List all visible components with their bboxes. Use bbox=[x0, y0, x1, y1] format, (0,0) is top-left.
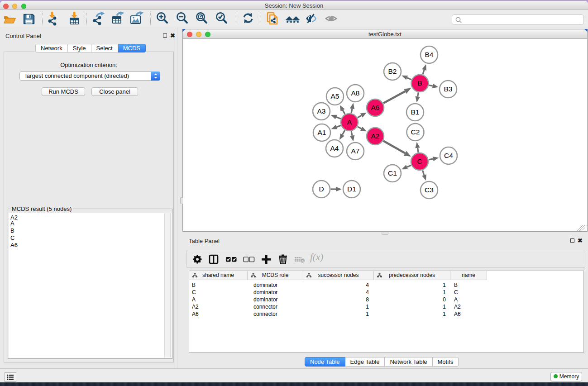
svg-text:B2: B2 bbox=[388, 67, 397, 75]
svg-text:C3: C3 bbox=[425, 186, 434, 194]
svg-text:C1: C1 bbox=[388, 169, 397, 177]
svg-text:C2: C2 bbox=[411, 128, 420, 136]
svg-text:B3: B3 bbox=[444, 85, 453, 93]
svg-text:D1: D1 bbox=[347, 185, 356, 193]
svg-text:A8: A8 bbox=[351, 89, 360, 97]
svg-text:C4: C4 bbox=[444, 152, 453, 159]
svg-text:A1: A1 bbox=[318, 129, 326, 136]
svg-text:A2: A2 bbox=[371, 132, 380, 140]
svg-text:D: D bbox=[319, 185, 324, 193]
svg-text:B1: B1 bbox=[411, 108, 420, 116]
svg-text:A7: A7 bbox=[351, 147, 360, 155]
svg-text:A4: A4 bbox=[330, 144, 339, 152]
svg-text:C: C bbox=[417, 157, 422, 165]
svg-text:A: A bbox=[347, 118, 352, 126]
svg-text:A6: A6 bbox=[371, 104, 380, 111]
svg-text:A5: A5 bbox=[331, 92, 339, 100]
svg-text:B4: B4 bbox=[425, 51, 434, 58]
svg-text:A3: A3 bbox=[317, 107, 326, 115]
svg-text:B: B bbox=[417, 79, 422, 87]
